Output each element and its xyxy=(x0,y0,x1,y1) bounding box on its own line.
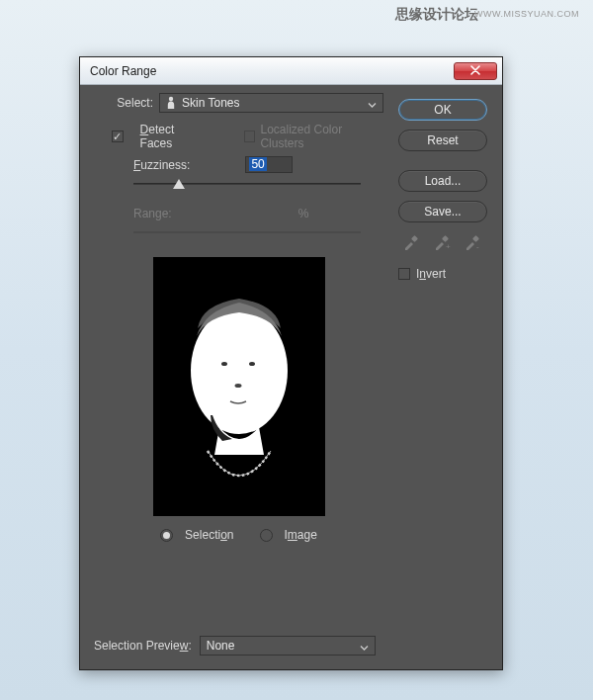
invert-label: Invert xyxy=(416,267,446,281)
dialog-title: Color Range xyxy=(90,64,454,78)
svg-rect-6 xyxy=(411,235,418,242)
detect-faces-label: Detect Faces xyxy=(140,123,208,150)
range-pct: % xyxy=(298,207,309,220)
selection-preview-label: Selection Preview: xyxy=(94,639,192,653)
load-button[interactable]: Load... xyxy=(398,170,487,192)
range-slider xyxy=(133,231,361,233)
color-range-dialog: Color Range Select: Skin Tones xyxy=(79,56,503,670)
selection-preview-value: None xyxy=(207,639,235,653)
selection-preview-image xyxy=(153,257,325,516)
ok-button[interactable]: OK xyxy=(398,99,487,121)
slider-thumb[interactable] xyxy=(173,179,185,189)
select-value: Skin Tones xyxy=(182,96,239,110)
localized-checkbox xyxy=(244,131,256,142)
svg-rect-9 xyxy=(472,235,479,242)
svg-text:+: + xyxy=(446,242,451,251)
svg-point-0 xyxy=(169,97,173,101)
watermark-url: WWW.MISSYUAN.COM xyxy=(474,9,579,19)
select-dropdown[interactable]: Skin Tones xyxy=(159,93,383,113)
chevron-down-icon xyxy=(368,99,377,113)
chevron-down-icon xyxy=(360,642,369,656)
radio-selection-label: Selection xyxy=(185,528,233,542)
eyedropper-minus-icon: - xyxy=(462,231,483,253)
invert-checkbox[interactable] xyxy=(398,268,410,280)
preview-svg xyxy=(153,257,325,516)
svg-rect-7 xyxy=(442,235,449,242)
reset-button[interactable]: Reset xyxy=(398,130,487,151)
save-button[interactable]: Save... xyxy=(398,201,487,222)
localized-label: Localized Color Clusters xyxy=(260,123,383,150)
eyedropper-plus-icon: + xyxy=(431,231,453,253)
svg-point-3 xyxy=(221,362,227,366)
radio-image-label: Image xyxy=(285,528,317,542)
fuzziness-slider[interactable] xyxy=(133,183,361,185)
radio-image[interactable] xyxy=(260,529,273,542)
close-button[interactable] xyxy=(454,62,497,80)
selection-preview-dropdown[interactable]: None xyxy=(200,636,376,656)
eyedropper-icon xyxy=(400,231,422,253)
titlebar: Color Range xyxy=(80,57,502,85)
close-icon xyxy=(470,64,480,78)
range-input xyxy=(243,205,291,221)
person-icon xyxy=(166,96,176,110)
detect-faces-checkbox[interactable] xyxy=(112,131,124,142)
svg-point-5 xyxy=(234,384,241,388)
range-label: Range: xyxy=(133,207,172,220)
svg-point-2 xyxy=(191,307,288,434)
fuzziness-input[interactable]: 50 xyxy=(245,156,293,173)
svg-point-4 xyxy=(249,362,255,366)
fuzziness-label: Fuzziness: xyxy=(133,158,190,172)
svg-text:-: - xyxy=(476,242,479,251)
watermark-text: 思缘设计论坛 xyxy=(395,6,478,24)
select-label: Select: xyxy=(94,96,159,110)
radio-selection[interactable] xyxy=(160,529,173,542)
